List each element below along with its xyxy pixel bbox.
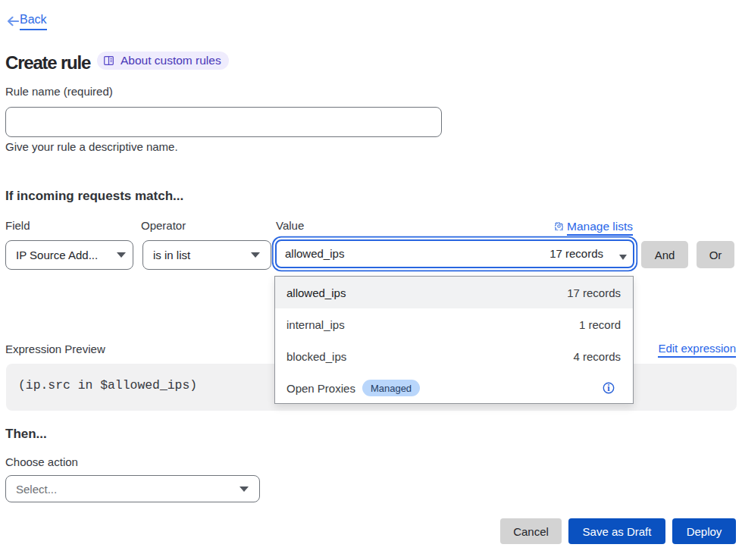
svg-text:i: i [607,383,610,393]
